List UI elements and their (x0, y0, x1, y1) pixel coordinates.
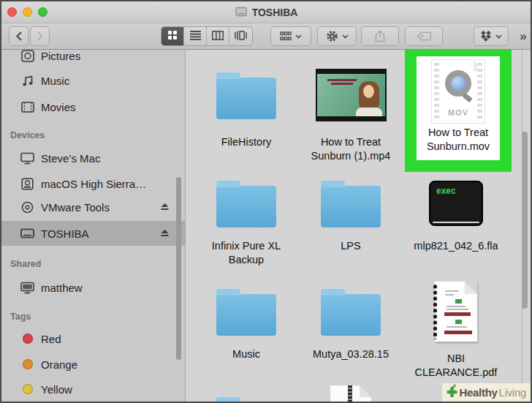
dropbox-button[interactable] (474, 26, 509, 46)
sidebar-item-label: VMware Tools (41, 201, 110, 214)
sidebar-item-label: Pictures (41, 50, 80, 62)
icon-view-button[interactable] (162, 27, 184, 45)
folder-icon (321, 186, 381, 227)
sidebar-section-devices: Devices (10, 130, 45, 140)
healthy-living-logo-icon (446, 384, 458, 401)
sidebar-item-toshiba[interactable]: TOSHIBA (1, 221, 186, 246)
film-icon (20, 102, 34, 113)
sidebar-item-label: Red (41, 333, 61, 345)
sidebar-item-vmware-tools[interactable]: VMware Tools (1, 197, 186, 217)
file-name: NBI CLEARANCE.pdf (405, 352, 507, 380)
sidebar-section-shared: Shared (10, 259, 41, 269)
photos-icon (20, 50, 34, 62)
red-tag-icon (20, 334, 34, 344)
internal-drive-icon (20, 178, 34, 190)
file-name: How to Treat Sunburn (1).mp4 (300, 135, 402, 163)
window-title-area: TOSHIBA (1, 1, 531, 23)
sidebar-item-label: TOSHIBA (41, 227, 89, 240)
yellow-tag-icon (20, 384, 34, 394)
file-item-nbi-pdf[interactable]: NBI CLEARANCE.pdf (403, 278, 509, 380)
file-item-infinix-backup[interactable]: Infinix Pure XL Backup (193, 174, 300, 267)
sidebar-item-label: Music (41, 75, 69, 87)
gear-icon (326, 30, 338, 42)
sidebar-section-tags: Tags (10, 312, 31, 322)
sidebar-item-label: Yellow (41, 383, 72, 396)
music-note-icon (20, 75, 34, 87)
file-item-mlp-fla[interactable]: exec mlp821_042_6.fla (403, 174, 509, 253)
sidebar-item-label: Orange (41, 358, 77, 371)
list-view-icon (190, 30, 201, 43)
highlight-box: MOV How to Treat Sunburn.mov (405, 50, 512, 172)
file-name: Mutya_03.28.15 (313, 347, 389, 361)
quicktime-mov-icon: MOV (432, 60, 484, 123)
shared-display-icon (20, 282, 34, 294)
orange-tag-icon (20, 359, 34, 369)
external-drive-icon (20, 227, 34, 239)
eject-icon[interactable] (160, 227, 170, 240)
sidebar-item-pictures[interactable]: Pictures (1, 50, 186, 66)
zip-archive-icon (330, 385, 371, 402)
file-item-sunburn-mp4[interactable]: How to Treat Sunburn (1).mp4 (297, 61, 404, 163)
view-switcher (161, 26, 253, 46)
file-item-filehistory[interactable]: FileHistory (193, 61, 300, 149)
sidebar-item-music[interactable]: Music (1, 70, 186, 91)
chevron-down-icon (342, 34, 349, 39)
sidebar-item-steves-mac[interactable]: Steve’s Mac (1, 148, 186, 168)
mov-badge: MOV (432, 108, 484, 117)
folder-icon (321, 294, 381, 336)
window-body: Pictures Music Movies Devices Steve’s Ma… (1, 50, 531, 402)
coverflow-view-icon (235, 30, 247, 43)
file-item-music[interactable]: Music (193, 282, 300, 361)
disc-icon (20, 201, 34, 214)
folder-icon (216, 186, 276, 227)
executable-icon: exec (429, 181, 483, 226)
file-item-partial-zip[interactable] (297, 385, 404, 402)
chevron-right-icon (37, 31, 44, 42)
sidebar-item-label: matthew (41, 282, 83, 294)
arrange-button[interactable] (270, 26, 311, 46)
sidebar-item-label: macOS High Sierra… (41, 178, 146, 190)
sidebar-item-macos-high-sierra[interactable]: macOS High Sierra… (1, 173, 186, 194)
chevron-down-icon (295, 34, 302, 39)
back-button[interactable] (9, 26, 28, 46)
content-scrollbar[interactable] (522, 132, 528, 309)
file-name: Music (232, 347, 260, 361)
sidebar-item-label: Movies (41, 101, 76, 113)
tag-button[interactable] (405, 26, 443, 46)
exec-badge: exec (436, 186, 456, 196)
file-item-lps[interactable]: LPS (297, 174, 404, 253)
sidebar-item-label: Steve’s Mac (41, 152, 100, 165)
file-name: How to Treat Sunburn.mov (419, 126, 498, 154)
sidebar-item-matthew[interactable]: matthew (1, 277, 186, 298)
file-item-partial-folder[interactable] (193, 391, 300, 402)
toolbar: » (1, 23, 531, 50)
coverflow-view-button[interactable] (229, 27, 252, 45)
forward-button[interactable] (30, 26, 50, 46)
share-button[interactable] (361, 26, 399, 46)
file-item-mutya[interactable]: Mutya_03.28.15 (297, 282, 404, 361)
folder-icon (216, 294, 276, 336)
folder-icon (216, 78, 276, 119)
action-button[interactable] (317, 26, 357, 46)
sidebar-scrollbar[interactable] (176, 177, 181, 360)
window-title: TOSHIBA (252, 7, 298, 18)
sidebar-item-tag-yellow[interactable]: Yellow (1, 379, 186, 399)
column-view-icon (212, 30, 224, 43)
eject-icon[interactable] (160, 201, 170, 214)
sidebar-item-tag-orange[interactable]: Orange (1, 354, 186, 374)
file-item-sunburn-mov[interactable]: MOV How to Treat Sunburn.mov (417, 56, 500, 160)
dropbox-icon (480, 31, 492, 42)
tag-icon (417, 31, 432, 41)
toolbar-overflow-button[interactable]: » (514, 26, 532, 46)
column-view-button[interactable] (207, 27, 229, 45)
file-name: FileHistory (221, 135, 271, 149)
video-thumbnail-icon (316, 69, 387, 121)
sidebar-item-movies[interactable]: Movies (1, 97, 186, 117)
grid-view-icon (167, 30, 178, 43)
file-grid: FileHistory How to Treat Sunburn (1).mp4 (186, 50, 531, 402)
sidebar-item-tag-red[interactable]: Red (1, 328, 186, 349)
list-view-button[interactable] (184, 27, 207, 45)
arrange-icon (280, 31, 292, 41)
finder-window: TOSHIBA (0, 0, 532, 403)
file-name: LPS (341, 239, 360, 253)
